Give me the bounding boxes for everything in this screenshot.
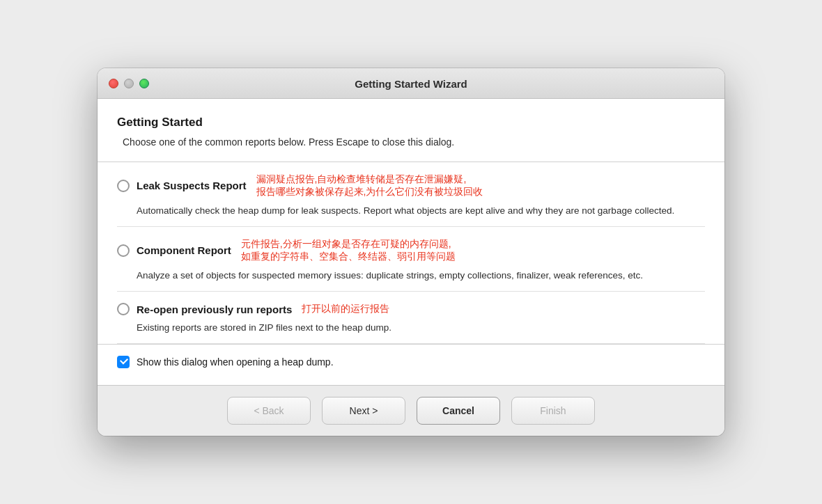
option-reopen-reports: Re-open previously run reports 打开以前的运行报告…: [117, 292, 705, 344]
maximize-button[interactable]: [139, 79, 149, 88]
wizard-window: Getting Started Wizard Getting Started C…: [98, 68, 724, 436]
option-leak-suspects: Leak Suspects Report 漏洞疑点报告,自动检查堆转储是否存在泄…: [117, 162, 705, 227]
option-desc-reopen: Existing reports are stored in ZIP files…: [117, 321, 705, 335]
minimize-button[interactable]: [124, 79, 134, 88]
annotation-reopen: 打开以前的运行报告: [302, 303, 389, 315]
option-label-leak: Leak Suspects Report: [137, 180, 247, 191]
radio-leak-suspects[interactable]: [117, 180, 130, 192]
option-desc-leak: Automatically check the heap dump for le…: [117, 204, 705, 218]
radio-component-report[interactable]: [117, 244, 130, 257]
titlebar: Getting Started Wizard: [98, 68, 724, 99]
option-desc-component: Analyze a set of objects for suspected m…: [117, 269, 705, 283]
section-title: Getting Started: [117, 116, 705, 129]
traffic-lights: [109, 79, 149, 88]
back-button[interactable]: < Back: [227, 397, 311, 425]
main-content: Getting Started Choose one of the common…: [98, 99, 724, 386]
option-header-component: Component Report 元件报告,分析一组对象是否存在可疑的内存问题,…: [117, 238, 705, 263]
footer: < Back Next > Cancel Finish: [98, 385, 724, 436]
option-label-component: Component Report: [137, 244, 231, 256]
finish-button[interactable]: Finish: [511, 397, 595, 425]
checkbox-row: Show this dialog when opening a heap dum…: [117, 345, 705, 374]
option-component-report: Component Report 元件报告,分析一组对象是否存在可疑的内存问题,…: [117, 227, 705, 292]
close-button[interactable]: [109, 79, 118, 88]
checkbox-label: Show this dialog when opening a heap dum…: [137, 356, 334, 368]
option-label-reopen: Re-open previously run reports: [137, 304, 292, 315]
window-title: Getting Started Wizard: [109, 78, 713, 90]
option-header-leak: Leak Suspects Report 漏洞疑点报告,自动检查堆转储是否存在泄…: [117, 173, 705, 198]
option-header-reopen: Re-open previously run reports 打开以前的运行报告: [117, 303, 705, 315]
next-button[interactable]: Next >: [322, 397, 405, 425]
intro-text: Choose one of the common reports below. …: [117, 136, 705, 148]
radio-reopen-reports[interactable]: [117, 303, 130, 315]
cancel-button[interactable]: Cancel: [417, 397, 500, 425]
annotation-component: 元件报告,分析一组对象是否存在可疑的内存问题,如重复的字符串、空集合、终结器、弱…: [241, 238, 456, 263]
annotation-leak: 漏洞疑点报告,自动检查堆转储是否存在泄漏嫌疑,报告哪些对象被保存起来,为什么它们…: [256, 173, 483, 198]
show-dialog-checkbox[interactable]: [117, 356, 130, 368]
